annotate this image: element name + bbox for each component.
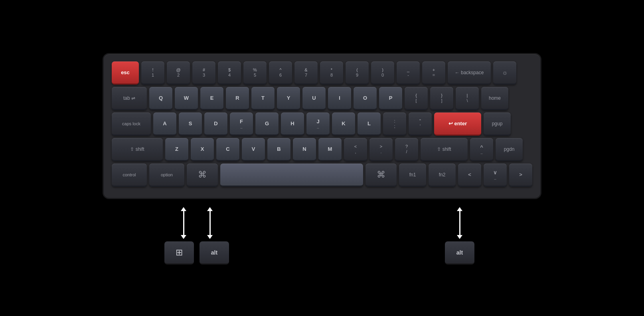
key-3[interactable]: # 3 [192,61,215,85]
key-2[interactable]: @ 2 [167,61,190,85]
key-row-4: ⇧ shift Z X C V B N M < , > . ? / ⇧ shif… [112,138,532,161]
key-q[interactable]: Q [149,87,172,110]
key-a[interactable]: A [153,113,176,136]
swap-group-left: ⊞ alt [164,207,229,265]
key-o[interactable]: O [354,87,377,110]
key-k[interactable]: K [332,113,355,136]
key-equals[interactable]: + = [422,61,445,85]
key-4[interactable]: $ 4 [218,61,241,85]
key-n[interactable]: N [293,138,316,161]
key-control[interactable]: control [112,164,147,187]
key-home[interactable]: home [481,87,508,110]
key-slash[interactable]: ? / [395,138,418,161]
key-enter[interactable]: ↩ enter [434,113,481,136]
key-pgdn[interactable]: pgdn [496,138,523,161]
key-backslash[interactable]: | \ [456,87,479,110]
key-down[interactable]: ∨ _ [484,164,507,187]
key-fn1[interactable]: fn1 [399,164,426,187]
key-h[interactable]: H [281,113,304,136]
key-left[interactable]: < [458,164,481,187]
key-esc[interactable]: esc [112,61,139,85]
key-m[interactable]: M [318,138,342,161]
key-comma[interactable]: < , [344,138,367,161]
keyboard: esc ! 1 @ 2 # 3 $ 4 % 5 ^ [103,53,541,199]
key-u[interactable]: U [302,87,326,110]
key-rbracket[interactable]: } ] [430,87,453,110]
key-x[interactable]: X [191,138,214,161]
key-l[interactable]: L [358,113,381,136]
key-space[interactable] [220,164,363,187]
key-semicolon[interactable]: : ; [383,113,406,136]
key-row-5: control option ⌘ ⌘ fn1 fn2 < ∨ [112,164,532,187]
key-lbracket[interactable]: { [ [405,87,428,110]
key-period[interactable]: > . [369,138,393,161]
key-minus[interactable]: _ - [397,61,420,85]
key-8[interactable]: * 8 [320,61,343,85]
key-row-1: esc ! 1 @ 2 # 3 $ 4 % 5 ^ [112,61,532,85]
key-b[interactable]: B [267,138,290,161]
key-cmd-left[interactable]: ⌘ [187,164,218,187]
key-capslock[interactable]: caps lock [112,113,151,136]
key-0[interactable]: ) 0 [371,61,394,85]
key-v[interactable]: V [242,138,265,161]
key-y[interactable]: Y [277,87,300,110]
key-e[interactable]: E [200,87,223,110]
key-right[interactable]: > [509,164,532,187]
key-1[interactable]: ! 1 [141,61,164,85]
key-6[interactable]: ^ 6 [269,61,292,85]
alt-right-swap-arrow [457,207,462,239]
right-arrow [457,207,462,239]
key-quote[interactable]: " ' [409,113,432,136]
swap-group-right: alt [445,207,474,265]
key-t[interactable]: T [251,87,275,110]
key-9[interactable]: ( 9 [346,61,369,85]
swap-keys-left: ⊞ alt [164,241,229,265]
key-shift-left[interactable]: ⇧ shift [112,138,163,161]
key-option[interactable]: option [149,164,184,187]
key-backspace[interactable]: ← backspace [448,61,491,85]
key-up[interactable]: ^ _ [470,138,493,161]
keyboard-wrapper: esc ! 1 @ 2 # 3 $ 4 % 5 ^ [103,53,541,263]
key-light[interactable]: ☼ [493,61,516,85]
key-g[interactable]: G [255,113,279,136]
left-arrows [181,207,213,239]
key-r[interactable]: R [226,87,249,110]
key-i[interactable]: I [328,87,351,110]
key-d[interactable]: D [204,113,227,136]
key-7[interactable]: & 7 [294,61,318,85]
key-fn2[interactable]: fn2 [429,164,456,187]
key-p[interactable]: P [379,87,402,110]
key-tab[interactable]: tab ⇌ [112,87,147,110]
key-z[interactable]: Z [165,138,188,161]
key-j[interactable]: J _ [306,113,330,136]
alt-left-swap-arrow [207,207,213,239]
key-f[interactable]: F _ [230,113,253,136]
swap-key-alt-right: alt [445,241,474,265]
swap-indicators: ⊞ alt alt [103,207,541,263]
key-w[interactable]: W [175,87,198,110]
key-5[interactable]: % 5 [243,61,267,85]
key-row-3: caps lock A S D F _ G H J _ K L : ; " [112,113,532,136]
swap-key-alt-left: alt [200,241,229,265]
key-shift-right[interactable]: ⇧ shift [421,138,468,161]
win-swap-arrow [181,207,186,239]
key-pgup[interactable]: pgup [484,113,511,136]
key-c[interactable]: C [216,138,239,161]
swap-key-win: ⊞ [164,241,194,265]
key-cmd-right[interactable]: ⌘ [365,164,397,187]
key-s[interactable]: S [179,113,202,136]
key-row-2: tab ⇌ Q W E R T Y U I O P { [ } ] | \ [112,87,532,110]
